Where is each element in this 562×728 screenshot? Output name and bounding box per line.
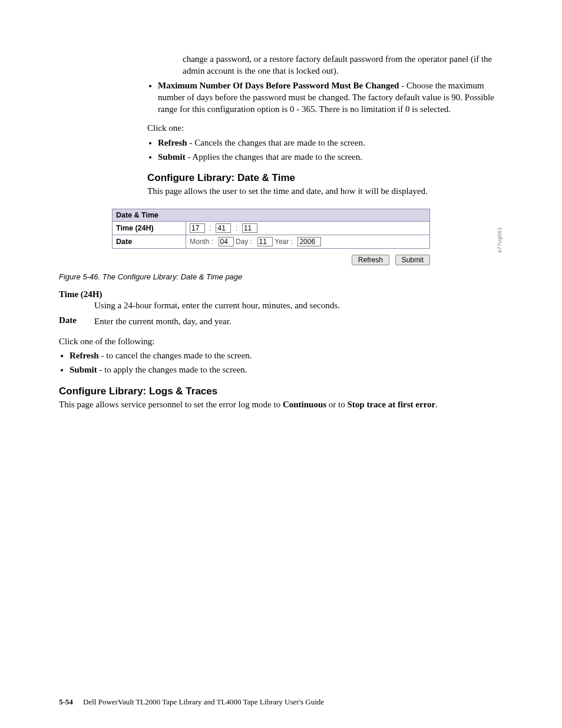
bullet2-refresh: Refresh - to cancel the changes made to … [70,350,503,361]
figure-caption: Figure 5-46. The Configure Library: Date… [59,272,503,281]
row-time-inputs: : : [186,222,430,235]
heading-logs-traces: Configure Library: Logs & Traces [59,386,503,397]
bullet2-refresh-term: Refresh [70,351,99,360]
panel-button-row: Refresh Submit [112,255,430,265]
logs-desc-mid: or to [326,400,347,409]
submit-button[interactable]: Submit [395,255,430,265]
bullet-refresh-term: Refresh [158,138,187,147]
top-continuation-block: change a password, or a restore factory … [183,53,503,77]
bullet-refresh-rest: - Cancels the changes that are made to t… [187,138,365,147]
def-date-desc: Enter the current month, day, and year. [94,315,503,327]
bullet2-submit-rest: - to apply the changes made to the scree… [97,365,247,374]
date-time-definitions: Time (24H) Using a 24-hour format, enter… [59,289,503,410]
figure-side-code: a77ug061 [497,227,503,253]
date-time-panel: Date & Time Time (24H) : : Date Mont [112,209,430,249]
time-second-input[interactable] [242,223,257,233]
bullet2-submit-term: Submit [70,365,97,374]
click-one-text: Click one: [147,122,503,134]
row-date-inputs: Month : Day : Year : [186,235,430,249]
bullet2-submit: Submit - to apply the changes made to th… [70,364,503,375]
lead-in-text: change a password, or a restore factory … [183,53,503,77]
day-input[interactable] [257,237,273,246]
bullet-max-days-term: Maximum Number Of Days Before Password M… [158,81,399,90]
panel-header: Date & Time [113,209,430,222]
month-input[interactable] [219,237,234,246]
time-colon-2: : [233,224,240,232]
def-time-term: Time (24H) [59,289,112,299]
bullet-submit-rest: - Applies the changes that are made to t… [186,152,362,162]
year-input[interactable] [297,237,321,246]
month-label: Month : [190,238,216,246]
date-time-desc: This page allows the user to set the tim… [147,185,503,197]
year-label: Year : [275,238,296,246]
logs-desc-tail: . [435,400,438,409]
page-number: 5-54 [59,697,73,706]
bullet2-refresh-rest: - to cancel the changes made to the scre… [99,351,252,360]
time-colon-1: : [207,224,213,232]
logs-desc-bold1: Continuous [283,400,326,409]
logs-desc-bold2: Stop trace at first error [348,400,436,409]
logs-desc: This page allows service personnel to se… [59,398,503,410]
heading-date-time: Configure Library: Date & Time [147,172,503,184]
time-hour-input[interactable] [190,223,205,233]
bullet-submit-term: Submit [158,152,186,162]
footer-title: Dell PowerVault TL2000 Tape Library and … [83,697,324,706]
figure-date-time: Date & Time Time (24H) : : Date Mont [112,209,503,265]
logs-desc-pre: This page allows service personnel to se… [59,400,283,409]
time-minute-input[interactable] [216,223,231,233]
def-time-desc: Using a 24-hour format, enter the curren… [94,299,503,311]
bullet-submit: Submit - Applies the changes that are ma… [158,151,503,163]
def-date-term: Date [59,315,88,327]
bullet-max-days: Maximum Number Of Days Before Password M… [158,80,503,116]
bullet-refresh: Refresh - Cancels the changes that are m… [158,137,503,149]
day-label: Day : [236,238,255,246]
refresh-button[interactable]: Refresh [352,255,389,265]
click-following-text: Click one of the following: [59,335,503,347]
row-time-label: Time (24H) [113,222,186,235]
password-bullet-block: Maximum Number Of Days Before Password M… [147,80,503,197]
page-footer: 5-54 Dell PowerVault TL2000 Tape Library… [59,697,503,707]
row-date-label: Date [113,235,186,249]
